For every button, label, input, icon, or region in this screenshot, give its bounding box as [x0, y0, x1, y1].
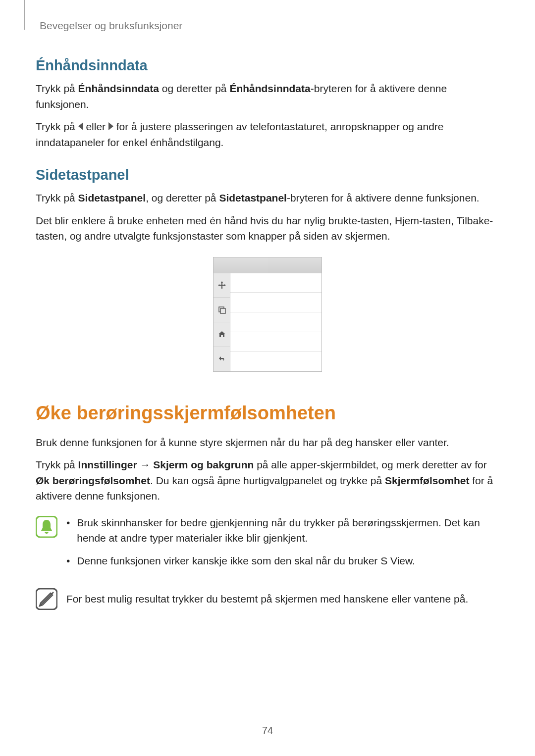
- device-row: [230, 352, 321, 371]
- bold-term: Sidetastpanel: [219, 192, 287, 203]
- device-row: [230, 293, 321, 312]
- note-block: For best mulig resultat trykker du beste…: [36, 587, 499, 610]
- device-status-bar: [214, 257, 321, 273]
- device-row: [230, 273, 321, 293]
- home-icon: [214, 322, 230, 347]
- paragraph: Trykk på Énhåndsinndata og deretter på É…: [36, 81, 499, 112]
- arrow-left-icon: [78, 122, 83, 130]
- list-text: Bruk skinnhansker for bedre gjenkjenning…: [77, 515, 499, 546]
- section-sidetastpanel: Sidetastpanel Trykk på Sidetastpanel, og…: [36, 167, 499, 244]
- text: Trykk på: [36, 192, 78, 203]
- back-icon: [214, 347, 230, 371]
- text: Trykk på: [36, 459, 78, 470]
- paragraph: Det blir enklere å bruke enheten med én …: [36, 213, 499, 244]
- text: -bryteren for å aktivere denne funksjone…: [287, 192, 480, 203]
- text: og deretter på: [159, 83, 229, 94]
- side-key-panel: [214, 273, 230, 371]
- paragraph: Trykk på Sidetastpanel, og deretter på S…: [36, 190, 499, 206]
- device-content-area: [230, 273, 321, 371]
- bold-term: Innstillinger: [78, 459, 137, 470]
- recent-icon: [214, 298, 230, 322]
- page-content: Bevegelser og bruksfunksjoner Énhåndsinn…: [0, 0, 535, 610]
- arrow-right-icon: [108, 122, 113, 130]
- list-item: • Bruk skinnhansker for bedre gjenkjenni…: [66, 515, 499, 546]
- tip-block: • Bruk skinnhansker for bedre gjenkjenni…: [36, 515, 499, 576]
- paragraph: Bruk denne funksjonen for å kunne styre …: [36, 435, 499, 451]
- paragraph: Trykk på Innstillinger → Skjerm og bakgr…: [36, 457, 499, 504]
- text: på alle apper-skjermbildet, og merk dere…: [254, 459, 486, 470]
- bold-term: Énhåndsinndata: [78, 83, 159, 94]
- list-item: • Denne funksjonen virker kanskje ikke s…: [66, 553, 499, 569]
- text: →: [137, 459, 154, 470]
- text: eller: [83, 121, 108, 132]
- paragraph: Trykk på eller for å justere plasseringe…: [36, 119, 499, 150]
- heading-enhandsinndata: Énhåndsinndata: [36, 57, 499, 74]
- bullet: •: [66, 553, 70, 569]
- bullet: •: [66, 515, 70, 546]
- device-illustration: [213, 257, 322, 372]
- bold-term: Skjerm og bakgrunn: [153, 459, 254, 470]
- device-row: [230, 332, 321, 352]
- svg-rect-1: [220, 308, 225, 313]
- bold-term: Sidetastpanel: [78, 192, 146, 203]
- section-beroring: Øke berøringsskjermfølsomheten Bruk denn…: [36, 403, 499, 610]
- bold-term: Øk berøringsfølsomhet: [36, 475, 150, 486]
- page-number: 74: [0, 725, 535, 736]
- text: . Du kan også åpne hurtigvalgpanelet og …: [150, 475, 385, 486]
- tip-body: • Bruk skinnhansker for bedre gjenkjenni…: [66, 515, 499, 576]
- note-text: For best mulig resultat trykker du beste…: [66, 587, 499, 607]
- move-icon: [214, 273, 230, 298]
- header-rule: [24, 0, 25, 30]
- section-enhandsinndata: Énhåndsinndata Trykk på Énhåndsinndata o…: [36, 57, 499, 150]
- bell-icon: [36, 516, 57, 538]
- device-row: [230, 312, 321, 332]
- text: , og deretter på: [146, 192, 219, 203]
- bold-term: Énhåndsinndata: [229, 83, 310, 94]
- breadcrumb: Bevegelser og bruksfunksjoner: [40, 20, 499, 32]
- bold-term: Skjermfølsomhet: [385, 475, 469, 486]
- text: Trykk på: [36, 121, 78, 132]
- list-text: Denne funksjonen virker kanskje ikke som…: [77, 553, 415, 569]
- text: Trykk på: [36, 83, 78, 94]
- heading-beroring: Øke berøringsskjermfølsomheten: [36, 403, 499, 424]
- note-icon: [36, 588, 57, 610]
- heading-sidetastpanel: Sidetastpanel: [36, 167, 499, 183]
